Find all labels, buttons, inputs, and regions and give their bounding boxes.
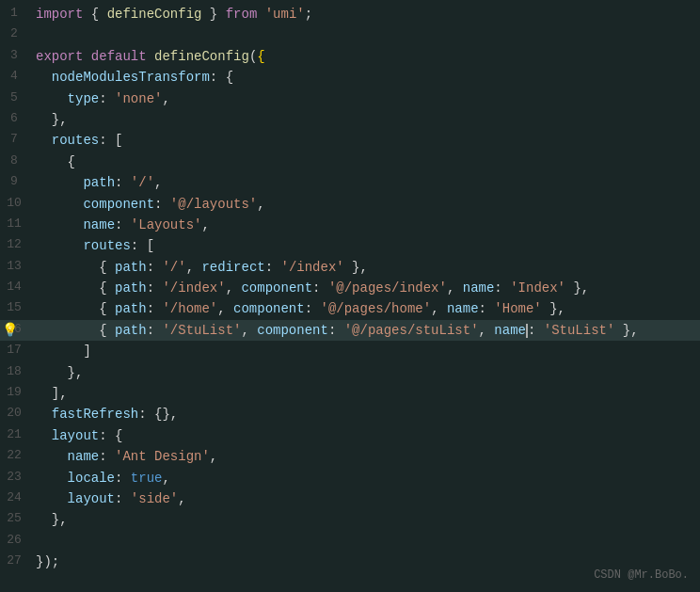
token: : xyxy=(479,301,495,316)
code-line: 24 layout: 'side', xyxy=(0,488,700,509)
token: : xyxy=(147,260,163,275)
token: path xyxy=(115,280,147,296)
token xyxy=(36,217,83,232)
line-number: 19 xyxy=(0,383,28,403)
line-number: 23 xyxy=(0,468,28,488)
token: }, xyxy=(36,512,68,527)
token: type xyxy=(68,91,100,106)
token: : xyxy=(265,260,281,275)
line-content: ], xyxy=(28,383,700,404)
line-content: layout: 'side', xyxy=(28,488,700,509)
token xyxy=(36,91,68,106)
line-number: 17 xyxy=(0,341,28,360)
token: 'StuList' xyxy=(544,323,615,338)
token: : { xyxy=(210,70,233,85)
line-content: }, xyxy=(28,509,700,530)
code-line: 23 locale: true, xyxy=(0,468,700,488)
line-content xyxy=(28,531,700,552)
token: '/home' xyxy=(162,301,217,316)
line-number: 22 xyxy=(0,446,28,466)
line-number: 15 xyxy=(0,298,28,318)
token: '@/pages/home' xyxy=(321,301,432,316)
token: defineConfig xyxy=(154,49,249,64)
token: : xyxy=(147,323,163,338)
code-line: 21 layout: { xyxy=(0,425,700,446)
code-line: 11 name: 'Layouts', xyxy=(0,215,700,235)
token: : xyxy=(312,280,328,296)
line-number: 8 xyxy=(0,152,28,171)
token: fastRefresh xyxy=(52,407,138,422)
code-line: 13 { path: '/', redirect: '/index' }, xyxy=(0,257,700,278)
code-line: 4 nodeModulesTransform: { xyxy=(0,67,700,88)
line-content: fastRefresh: {}, xyxy=(28,404,700,424)
token: 'side' xyxy=(131,491,178,506)
token xyxy=(36,197,83,212)
token: path xyxy=(115,260,147,275)
line-content: import { defineConfig } from 'umi'; xyxy=(28,4,700,24)
line-content: }, xyxy=(28,109,700,130)
code-line: 1import { defineConfig } from 'umi'; xyxy=(0,4,700,24)
token: routes xyxy=(52,133,99,148)
token: : xyxy=(154,197,170,212)
token xyxy=(147,49,154,64)
line-number: 1 xyxy=(0,4,28,24)
token xyxy=(83,49,90,64)
line-number: 5 xyxy=(0,88,28,108)
token: : [ xyxy=(99,133,122,148)
token: , xyxy=(186,260,202,275)
line-content: }, xyxy=(28,362,700,383)
token: , xyxy=(226,280,242,296)
token: , xyxy=(162,91,169,106)
token: }, xyxy=(542,301,565,316)
line-content: { path: '/home', component: '@/pages/hom… xyxy=(28,298,700,319)
token: , xyxy=(479,323,495,338)
line-content: component: '@/layouts', xyxy=(28,194,700,215)
token: }); xyxy=(36,554,59,569)
token xyxy=(36,491,68,506)
line-number: 24 xyxy=(0,488,28,508)
token: : xyxy=(147,301,163,316)
token: default xyxy=(91,49,147,64)
code-line: 22 name: 'Ant Design', xyxy=(0,446,700,467)
line-number: 4 xyxy=(0,67,28,87)
token: , xyxy=(170,407,178,422)
token: : { xyxy=(99,428,122,443)
token: name xyxy=(447,301,479,316)
token: : xyxy=(115,471,131,486)
line-number: 7 xyxy=(0,130,28,150)
code-line: 25 }, xyxy=(0,509,700,530)
token: { xyxy=(36,280,115,296)
line-content: ] xyxy=(28,341,700,361)
token: defineConfig xyxy=(107,7,202,22)
token: '@/layouts' xyxy=(170,197,257,212)
token: '/index' xyxy=(162,280,225,296)
token: '/' xyxy=(131,175,154,190)
watermark: CSDN @Mr.BoBo. xyxy=(594,567,689,584)
token xyxy=(36,238,83,253)
token: : xyxy=(147,280,163,296)
token xyxy=(36,428,52,443)
token: 'none' xyxy=(115,91,162,106)
token: locale xyxy=(68,471,115,486)
code-line: 14 { path: '/index', component: '@/pages… xyxy=(0,278,700,298)
token: : xyxy=(138,407,154,422)
code-line: 19 ], xyxy=(0,383,700,404)
token: : xyxy=(115,175,131,190)
token xyxy=(257,7,264,22)
token: { xyxy=(257,49,264,64)
line-number: 18 xyxy=(0,362,28,382)
token: 'Layouts' xyxy=(131,217,202,232)
token: : xyxy=(99,91,115,106)
token: redirect xyxy=(201,260,264,275)
token xyxy=(36,175,83,190)
line-number: 14 xyxy=(0,278,28,297)
token: : xyxy=(305,301,321,316)
line-number: 9 xyxy=(0,172,28,192)
line-content: { path: '/index', component: '@/pages/in… xyxy=(28,278,700,298)
token: true xyxy=(131,471,163,486)
code-line: 18 }, xyxy=(0,362,700,383)
token: { xyxy=(83,7,106,22)
token: ], xyxy=(36,386,68,401)
code-line: 15 { path: '/home', component: '@/pages/… xyxy=(0,298,700,319)
token: , xyxy=(154,175,162,190)
